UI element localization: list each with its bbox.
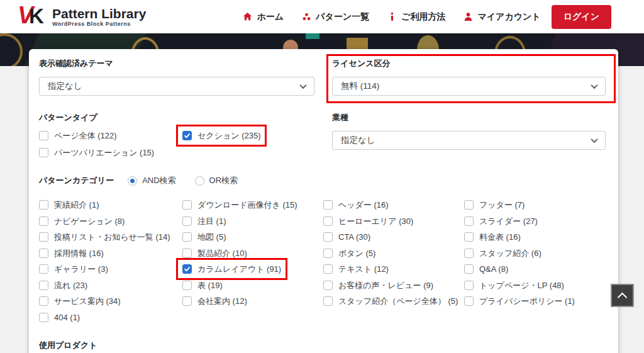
checkbox-icon: [182, 232, 192, 242]
pattern-type-section: パターンタイプ ページ全体 (122)セクション (235)パーツバリエーション…: [39, 112, 314, 157]
decor-ring: [0, 33, 23, 66]
category-checkbox-label: Q&A (8): [479, 264, 508, 274]
checkbox-icon: [39, 281, 48, 290]
license-filter-section-highlighted: ライセンス区分 無料 (114): [326, 54, 616, 103]
category-column: ヘッダー (16)ヒーローエリア (30)CTA (30)ボタン (5)テキスト…: [323, 200, 464, 306]
pattern-type-checkbox[interactable]: パーツバリエーション (15): [39, 148, 154, 157]
radio-icon: [195, 176, 204, 186]
nav-item-label: ご利用方法: [401, 11, 445, 23]
category-checkbox[interactable]: 注目 (1): [182, 216, 226, 226]
category-checkbox-label: 製品紹介 (10): [197, 249, 247, 258]
checked-checkbox-icon: [182, 264, 192, 274]
checkbox-icon: [323, 249, 333, 258]
category-checkbox[interactable]: 表 (19): [182, 281, 223, 290]
category-checkbox[interactable]: スタッフ紹介（ページ全体） (5): [323, 296, 458, 306]
checkbox-icon: [182, 216, 192, 226]
category-checkbox[interactable]: 流れ (23): [39, 281, 87, 290]
pattern-type-checkbox-label: セクション (235): [197, 131, 260, 140]
category-checkbox[interactable]: ヘッダー (16): [323, 200, 389, 210]
license-select[interactable]: 無料 (114): [332, 77, 606, 96]
theme-select[interactable]: 指定なし: [39, 77, 314, 96]
category-checkbox-label: 実績紹介 (1): [54, 200, 99, 210]
category-checkbox[interactable]: フッター (7): [464, 200, 525, 210]
checkbox-icon: [464, 200, 474, 210]
login-button[interactable]: ログイン: [552, 5, 611, 29]
search-mode-radio[interactable]: AND検索: [128, 175, 175, 186]
checkbox-icon: [464, 249, 474, 258]
logo-text: Pattern Library WordPress Block Patterns: [52, 6, 146, 27]
search-mode-label: AND検索: [142, 175, 175, 186]
nav-item-home[interactable]: ホーム: [243, 11, 284, 23]
category-checkbox[interactable]: ナビゲーション (8): [39, 216, 125, 226]
category-column: 実績紹介 (1)ナビゲーション (8)投稿リスト・お知らせ一覧 (14)採用情報…: [39, 200, 182, 322]
category-checkbox-label: トップページ・LP (48): [479, 281, 564, 290]
products-section: 使用プロダクト VK Dynamic If Block (4)Lightning…: [39, 340, 606, 353]
category-checkbox[interactable]: スタッフ紹介 (6): [464, 249, 541, 258]
home-icon: [243, 12, 252, 21]
category-checkbox[interactable]: 採用情報 (16): [39, 249, 104, 258]
category-checkbox[interactable]: ボタン (5): [323, 249, 375, 258]
category-checkbox[interactable]: ダウンロード画像付き (15): [182, 200, 297, 210]
checkbox-icon: [39, 200, 48, 210]
category-checkbox[interactable]: テキスト (12): [323, 264, 389, 274]
category-checkbox-label: お客様の声・レビュー (9): [338, 281, 433, 290]
decor-shape: [306, 33, 319, 39]
category-checkbox[interactable]: 実績紹介 (1): [39, 200, 99, 210]
pattern-blocks-icon: [302, 12, 311, 21]
category-checkbox-label: サービス案内 (34): [54, 296, 121, 306]
checkbox-icon: [323, 216, 333, 226]
checkbox-icon: [464, 232, 474, 242]
category-options-grid: 実績紹介 (1)ナビゲーション (8)投稿リスト・お知らせ一覧 (14)採用情報…: [39, 200, 606, 322]
category-checkbox-label: ギャラリー (3): [54, 264, 108, 274]
category-checkbox[interactable]: ギャラリー (3): [39, 264, 108, 274]
category-checkbox[interactable]: 投稿リスト・お知らせ一覧 (14): [39, 232, 170, 242]
category-checkbox[interactable]: トップページ・LP (48): [464, 281, 564, 290]
category-checkbox[interactable]: 会社案内 (12): [182, 296, 247, 306]
category-checkbox[interactable]: カラムレイアウト (91): [182, 264, 281, 274]
category-checkbox[interactable]: 製品紹介 (10): [182, 249, 247, 258]
category-checkbox-label: プライバシーポリシー (1): [479, 296, 575, 306]
category-checkbox[interactable]: 料金表 (16): [464, 232, 521, 242]
category-checkbox-label: 会社案内 (12): [197, 296, 247, 306]
category-label: パターンカテゴリー: [39, 175, 114, 186]
category-section: パターンカテゴリー AND検索OR検索 実績紹介 (1)ナビゲーション (8)投…: [39, 175, 606, 322]
nav-item-label: パターン一覧: [316, 11, 369, 23]
checkbox-icon: [39, 232, 48, 242]
site-logo[interactable]: V K Pattern Library WordPress Block Patt…: [18, 4, 146, 30]
checked-checkbox-icon: [182, 131, 192, 140]
category-checkbox[interactable]: ヒーローエリア (30): [323, 216, 413, 226]
industry-select[interactable]: 指定なし: [332, 131, 606, 150]
nav-item-account[interactable]: マイアカウント: [464, 11, 540, 23]
category-checkbox[interactable]: お客様の声・レビュー (9): [323, 281, 433, 290]
nav-item-label: ホーム: [257, 11, 284, 23]
category-checkbox-label: スタッフ紹介（ページ全体） (5): [338, 296, 458, 306]
checkbox-icon: [323, 200, 333, 210]
category-checkbox-label: ダウンロード画像付き (15): [197, 200, 297, 210]
category-checkbox[interactable]: 地図 (5): [182, 232, 226, 242]
nav-item-patterns[interactable]: パターン一覧: [302, 11, 369, 23]
pattern-type-checkbox[interactable]: ページ全体 (122): [39, 131, 117, 140]
category-checkbox-label: スライダー (27): [479, 216, 538, 226]
industry-select-value: 指定なし: [341, 135, 375, 146]
category-checkbox-label: カラムレイアウト (91): [197, 264, 281, 274]
checkbox-icon: [464, 281, 474, 290]
license-filter-label: ライセンス区分: [332, 58, 606, 69]
checkbox-icon: [464, 296, 474, 306]
search-mode-radio[interactable]: OR検索: [195, 175, 238, 186]
category-checkbox[interactable]: サービス案内 (34): [39, 296, 121, 306]
checkbox-icon: [39, 131, 48, 140]
category-checkbox[interactable]: スライダー (27): [464, 216, 538, 226]
category-checkbox[interactable]: CTA (30): [323, 232, 370, 242]
category-column: ダウンロード画像付き (15)注目 (1)地図 (5)製品紹介 (10)カラムレ…: [182, 200, 323, 306]
category-search-modes: AND検索OR検索: [123, 175, 238, 186]
scroll-to-top-button[interactable]: [611, 284, 634, 307]
site-header: V K Pattern Library WordPress Block Patt…: [0, 0, 644, 33]
category-checkbox[interactable]: 404 (1): [39, 313, 80, 322]
category-checkbox-label: 地図 (5): [197, 232, 226, 242]
category-checkbox[interactable]: Q&A (8): [464, 264, 508, 274]
nav-item-guide[interactable]: ご利用方法: [387, 11, 445, 23]
category-checkbox[interactable]: プライバシーポリシー (1): [464, 296, 575, 306]
logo-mark-k: K: [29, 4, 44, 28]
theme-select-value: 指定なし: [48, 81, 82, 92]
pattern-type-checkbox[interactable]: セクション (235): [182, 131, 260, 140]
